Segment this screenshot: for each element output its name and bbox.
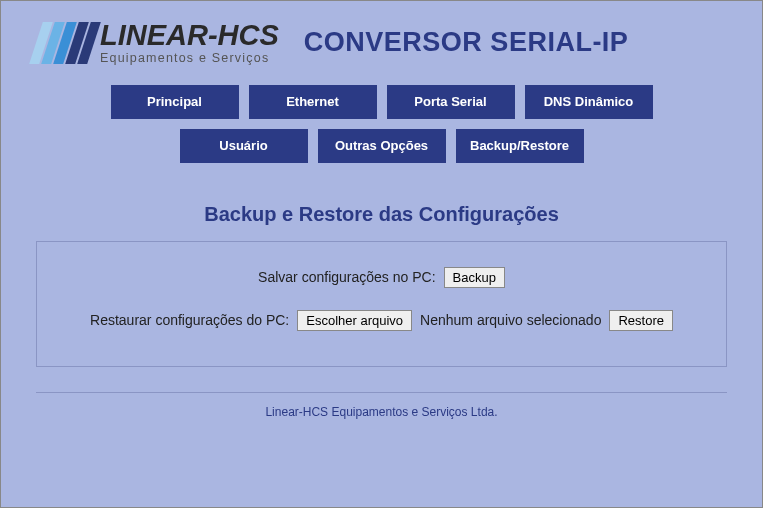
- backup-button[interactable]: Backup: [444, 267, 505, 288]
- nav-ethernet[interactable]: Ethernet: [249, 85, 377, 119]
- choose-file-button[interactable]: Escolher arquivo: [297, 310, 412, 331]
- backup-label: Salvar configurações no PC:: [258, 269, 435, 285]
- logo-sub: Equipamentos e Serviços: [100, 52, 279, 65]
- main-nav: Principal Ethernet Porta Serial DNS Dinâ…: [1, 85, 762, 163]
- header: LINEAR-HCS Equipamentos e Serviços CONVE…: [1, 1, 762, 75]
- backup-row: Salvar configurações no PC: Backup: [258, 267, 505, 288]
- section-title: Backup e Restore das Configurações: [1, 203, 762, 226]
- nav-dns-dinamico[interactable]: DNS Dinâmico: [525, 85, 653, 119]
- nav-principal[interactable]: Principal: [111, 85, 239, 119]
- nav-porta-serial[interactable]: Porta Serial: [387, 85, 515, 119]
- page-title: CONVERSOR SERIAL-IP: [304, 27, 629, 58]
- footer-separator: [36, 392, 727, 393]
- app-window: LINEAR-HCS Equipamentos e Serviços CONVE…: [0, 0, 763, 508]
- logo-bars-icon: [36, 22, 94, 64]
- restore-button[interactable]: Restore: [609, 310, 673, 331]
- nav-outras-opcoes[interactable]: Outras Opções: [318, 129, 446, 163]
- nav-backup-restore[interactable]: Backup/Restore: [456, 129, 584, 163]
- logo: LINEAR-HCS Equipamentos e Serviços: [36, 21, 279, 65]
- restore-row: Restaurar configurações do PC: Escolher …: [90, 310, 673, 331]
- logo-main: LINEAR-HCS: [100, 21, 279, 50]
- footer-text: Linear-HCS Equipamentos e Serviços Ltda.: [1, 405, 762, 419]
- file-status: Nenhum arquivo selecionado: [420, 312, 601, 328]
- logo-text: LINEAR-HCS Equipamentos e Serviços: [100, 21, 279, 65]
- content-box: Salvar configurações no PC: Backup Resta…: [36, 241, 727, 367]
- restore-label: Restaurar configurações do PC:: [90, 312, 289, 328]
- nav-usuario[interactable]: Usuário: [180, 129, 308, 163]
